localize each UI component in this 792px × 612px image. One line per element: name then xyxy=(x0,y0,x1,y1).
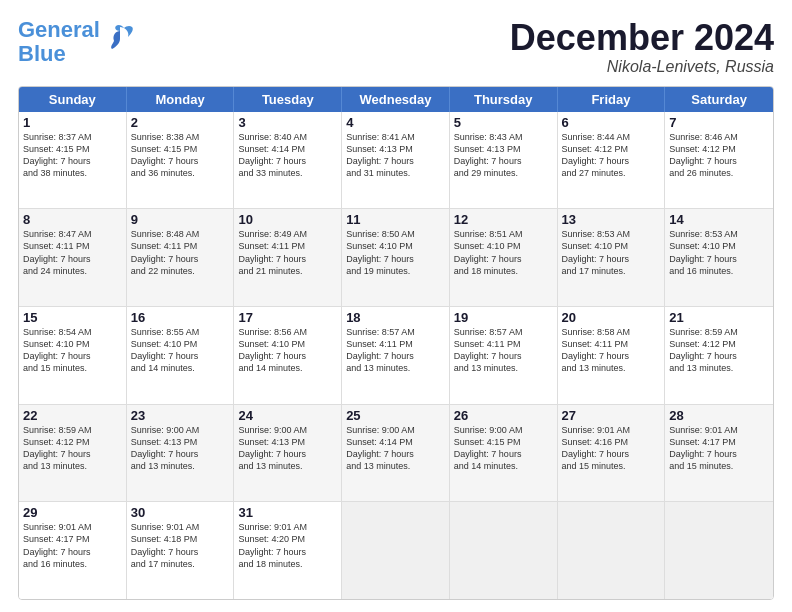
table-row xyxy=(558,502,666,599)
header-saturday: Saturday xyxy=(665,87,773,112)
day-number: 31 xyxy=(238,505,337,520)
day-info: Sunrise: 9:00 AMSunset: 4:14 PMDaylight:… xyxy=(346,424,445,473)
table-row: 23Sunrise: 9:00 AMSunset: 4:13 PMDayligh… xyxy=(127,405,235,502)
day-info: Sunrise: 8:55 AMSunset: 4:10 PMDaylight:… xyxy=(131,326,230,375)
day-info: Sunrise: 8:40 AMSunset: 4:14 PMDaylight:… xyxy=(238,131,337,180)
table-row: 6Sunrise: 8:44 AMSunset: 4:12 PMDaylight… xyxy=(558,112,666,209)
day-info: Sunrise: 9:01 AMSunset: 4:18 PMDaylight:… xyxy=(131,521,230,570)
header-thursday: Thursday xyxy=(450,87,558,112)
table-row: 20Sunrise: 8:58 AMSunset: 4:11 PMDayligh… xyxy=(558,307,666,404)
table-row: 10Sunrise: 8:49 AMSunset: 4:11 PMDayligh… xyxy=(234,209,342,306)
table-row: 18Sunrise: 8:57 AMSunset: 4:11 PMDayligh… xyxy=(342,307,450,404)
day-info: Sunrise: 8:38 AMSunset: 4:15 PMDaylight:… xyxy=(131,131,230,180)
day-number: 17 xyxy=(238,310,337,325)
day-number: 11 xyxy=(346,212,445,227)
day-info: Sunrise: 9:01 AMSunset: 4:16 PMDaylight:… xyxy=(562,424,661,473)
table-row: 12Sunrise: 8:51 AMSunset: 4:10 PMDayligh… xyxy=(450,209,558,306)
day-info: Sunrise: 8:53 AMSunset: 4:10 PMDaylight:… xyxy=(562,228,661,277)
day-info: Sunrise: 9:00 AMSunset: 4:15 PMDaylight:… xyxy=(454,424,553,473)
table-row: 30Sunrise: 9:01 AMSunset: 4:18 PMDayligh… xyxy=(127,502,235,599)
logo-blue: Blue xyxy=(18,42,100,66)
day-info: Sunrise: 8:57 AMSunset: 4:11 PMDaylight:… xyxy=(454,326,553,375)
location: Nikola-Lenivets, Russia xyxy=(510,58,774,76)
day-info: Sunrise: 8:53 AMSunset: 4:10 PMDaylight:… xyxy=(669,228,769,277)
day-number: 27 xyxy=(562,408,661,423)
day-number: 21 xyxy=(669,310,769,325)
logo-bird-icon xyxy=(106,23,134,51)
table-row: 8Sunrise: 8:47 AMSunset: 4:11 PMDaylight… xyxy=(19,209,127,306)
day-number: 28 xyxy=(669,408,769,423)
table-row: 22Sunrise: 8:59 AMSunset: 4:12 PMDayligh… xyxy=(19,405,127,502)
table-row: 3Sunrise: 8:40 AMSunset: 4:14 PMDaylight… xyxy=(234,112,342,209)
calendar-row: 1Sunrise: 8:37 AMSunset: 4:15 PMDaylight… xyxy=(19,112,773,210)
day-number: 6 xyxy=(562,115,661,130)
day-number: 25 xyxy=(346,408,445,423)
logo-text: General xyxy=(18,18,100,42)
day-info: Sunrise: 8:46 AMSunset: 4:12 PMDaylight:… xyxy=(669,131,769,180)
table-row: 29Sunrise: 9:01 AMSunset: 4:17 PMDayligh… xyxy=(19,502,127,599)
calendar-row: 15Sunrise: 8:54 AMSunset: 4:10 PMDayligh… xyxy=(19,307,773,405)
day-info: Sunrise: 8:48 AMSunset: 4:11 PMDaylight:… xyxy=(131,228,230,277)
day-number: 14 xyxy=(669,212,769,227)
title-block: December 2024 Nikola-Lenivets, Russia xyxy=(510,18,774,76)
table-row: 16Sunrise: 8:55 AMSunset: 4:10 PMDayligh… xyxy=(127,307,235,404)
calendar-row: 22Sunrise: 8:59 AMSunset: 4:12 PMDayligh… xyxy=(19,405,773,503)
day-info: Sunrise: 8:50 AMSunset: 4:10 PMDaylight:… xyxy=(346,228,445,277)
header-tuesday: Tuesday xyxy=(234,87,342,112)
table-row: 21Sunrise: 8:59 AMSunset: 4:12 PMDayligh… xyxy=(665,307,773,404)
page: General Blue December 2024 Nikola-Lenive… xyxy=(0,0,792,612)
day-number: 1 xyxy=(23,115,122,130)
table-row: 26Sunrise: 9:00 AMSunset: 4:15 PMDayligh… xyxy=(450,405,558,502)
header-sunday: Sunday xyxy=(19,87,127,112)
table-row: 25Sunrise: 9:00 AMSunset: 4:14 PMDayligh… xyxy=(342,405,450,502)
header-friday: Friday xyxy=(558,87,666,112)
day-info: Sunrise: 9:01 AMSunset: 4:17 PMDaylight:… xyxy=(23,521,122,570)
day-number: 5 xyxy=(454,115,553,130)
calendar: Sunday Monday Tuesday Wednesday Thursday… xyxy=(18,86,774,600)
day-info: Sunrise: 8:56 AMSunset: 4:10 PMDaylight:… xyxy=(238,326,337,375)
calendar-row: 29Sunrise: 9:01 AMSunset: 4:17 PMDayligh… xyxy=(19,502,773,599)
day-info: Sunrise: 8:54 AMSunset: 4:10 PMDaylight:… xyxy=(23,326,122,375)
day-number: 4 xyxy=(346,115,445,130)
table-row: 31Sunrise: 9:01 AMSunset: 4:20 PMDayligh… xyxy=(234,502,342,599)
table-row: 24Sunrise: 9:00 AMSunset: 4:13 PMDayligh… xyxy=(234,405,342,502)
table-row: 7Sunrise: 8:46 AMSunset: 4:12 PMDaylight… xyxy=(665,112,773,209)
table-row: 28Sunrise: 9:01 AMSunset: 4:17 PMDayligh… xyxy=(665,405,773,502)
table-row: 15Sunrise: 8:54 AMSunset: 4:10 PMDayligh… xyxy=(19,307,127,404)
table-row: 4Sunrise: 8:41 AMSunset: 4:13 PMDaylight… xyxy=(342,112,450,209)
day-number: 15 xyxy=(23,310,122,325)
day-info: Sunrise: 9:01 AMSunset: 4:17 PMDaylight:… xyxy=(669,424,769,473)
day-number: 10 xyxy=(238,212,337,227)
day-number: 8 xyxy=(23,212,122,227)
day-number: 26 xyxy=(454,408,553,423)
logo: General Blue xyxy=(18,18,134,66)
table-row xyxy=(342,502,450,599)
day-info: Sunrise: 8:47 AMSunset: 4:11 PMDaylight:… xyxy=(23,228,122,277)
day-info: Sunrise: 8:59 AMSunset: 4:12 PMDaylight:… xyxy=(23,424,122,473)
day-number: 7 xyxy=(669,115,769,130)
day-number: 19 xyxy=(454,310,553,325)
table-row: 9Sunrise: 8:48 AMSunset: 4:11 PMDaylight… xyxy=(127,209,235,306)
day-info: Sunrise: 9:00 AMSunset: 4:13 PMDaylight:… xyxy=(131,424,230,473)
header: General Blue December 2024 Nikola-Lenive… xyxy=(18,18,774,76)
table-row: 11Sunrise: 8:50 AMSunset: 4:10 PMDayligh… xyxy=(342,209,450,306)
day-info: Sunrise: 8:41 AMSunset: 4:13 PMDaylight:… xyxy=(346,131,445,180)
calendar-body: 1Sunrise: 8:37 AMSunset: 4:15 PMDaylight… xyxy=(19,112,773,599)
day-info: Sunrise: 9:01 AMSunset: 4:20 PMDaylight:… xyxy=(238,521,337,570)
day-info: Sunrise: 8:43 AMSunset: 4:13 PMDaylight:… xyxy=(454,131,553,180)
header-wednesday: Wednesday xyxy=(342,87,450,112)
day-number: 29 xyxy=(23,505,122,520)
day-number: 2 xyxy=(131,115,230,130)
table-row: 19Sunrise: 8:57 AMSunset: 4:11 PMDayligh… xyxy=(450,307,558,404)
day-info: Sunrise: 8:51 AMSunset: 4:10 PMDaylight:… xyxy=(454,228,553,277)
day-number: 24 xyxy=(238,408,337,423)
day-number: 22 xyxy=(23,408,122,423)
calendar-row: 8Sunrise: 8:47 AMSunset: 4:11 PMDaylight… xyxy=(19,209,773,307)
day-info: Sunrise: 8:58 AMSunset: 4:11 PMDaylight:… xyxy=(562,326,661,375)
table-row: 14Sunrise: 8:53 AMSunset: 4:10 PMDayligh… xyxy=(665,209,773,306)
table-row: 2Sunrise: 8:38 AMSunset: 4:15 PMDaylight… xyxy=(127,112,235,209)
table-row xyxy=(450,502,558,599)
day-info: Sunrise: 8:44 AMSunset: 4:12 PMDaylight:… xyxy=(562,131,661,180)
table-row: 1Sunrise: 8:37 AMSunset: 4:15 PMDaylight… xyxy=(19,112,127,209)
day-info: Sunrise: 8:57 AMSunset: 4:11 PMDaylight:… xyxy=(346,326,445,375)
